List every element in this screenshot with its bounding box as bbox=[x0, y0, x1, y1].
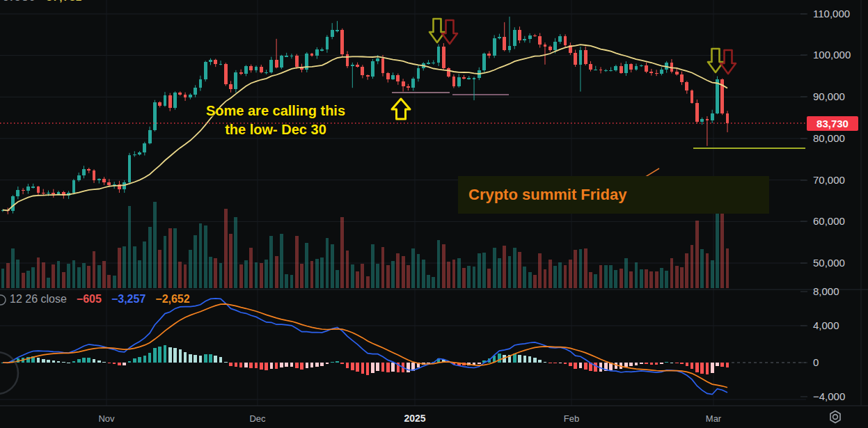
down-arrow-marker[interactable] bbox=[708, 49, 723, 72]
legend-fragment-gray: close bbox=[3, 0, 36, 3]
indicator-icon[interactable] bbox=[0, 295, 6, 305]
annotation-summit-text: Crypto summit Friday bbox=[468, 186, 626, 203]
price-chart-canvas[interactable]: 110,000100,00090,00080,00070,00060,00050… bbox=[0, 0, 868, 428]
macd-line-value: −3,257 bbox=[111, 293, 145, 305]
annotation-low-note[interactable]: Some are calling this the low- Dec 30 bbox=[194, 102, 358, 139]
price-axis-label: 70,000 bbox=[813, 174, 845, 186]
price-axis-label: 8,000 bbox=[813, 285, 839, 297]
macd-signal-value: −2,652 bbox=[155, 293, 189, 305]
macd-indicator-legend[interactable]: 12 26 close−605−3,257−2,652 bbox=[10, 293, 200, 307]
price-axis[interactable]: 110,000100,00090,00080,00070,00060,00050… bbox=[800, 8, 851, 402]
last-price-value: 83,730 bbox=[816, 118, 849, 129]
time-axis-label: Nov bbox=[98, 413, 115, 424]
price-axis-label: 90,000 bbox=[813, 90, 845, 102]
price-axis-label: 50,000 bbox=[813, 257, 845, 269]
time-axis-label: Dec bbox=[249, 413, 266, 424]
annotation-low-note-line1: Some are calling this bbox=[194, 102, 358, 120]
macd-params: 12 26 close bbox=[10, 293, 67, 305]
clipped-symbol-legend[interactable]: close 87,782 bbox=[0, 0, 278, 4]
price-axis-label: 4,000 bbox=[813, 319, 839, 331]
trading-chart-window: 110,000100,00090,00080,00070,00060,00050… bbox=[0, 0, 868, 428]
price-axis-label: 60,000 bbox=[813, 215, 845, 227]
annotation-summit-note[interactable]: Crypto summit Friday bbox=[458, 176, 769, 214]
last-price-badge[interactable]: 83,730 bbox=[807, 116, 858, 131]
settings-gear-icon[interactable] bbox=[830, 411, 840, 423]
price-axis-label: −4,000 bbox=[813, 390, 845, 402]
time-axis-label: 2025 bbox=[404, 413, 425, 424]
macd-signal-line[interactable] bbox=[3, 304, 727, 388]
time-axis-label: Mar bbox=[706, 413, 722, 424]
price-axis-label: 0 bbox=[813, 356, 819, 368]
time-axis-label: Feb bbox=[564, 413, 579, 424]
price-axis-label: 80,000 bbox=[813, 132, 845, 144]
legend-fragment-value: 87,782 bbox=[47, 0, 83, 3]
price-axis-label: 110,000 bbox=[813, 8, 850, 19]
macd-line[interactable] bbox=[3, 299, 727, 395]
volume-bars bbox=[1, 202, 729, 288]
price-axis-label: 100,000 bbox=[813, 49, 851, 61]
time-axis[interactable]: NovDec2025FebMar bbox=[98, 413, 721, 424]
macd-hist-value: −605 bbox=[77, 293, 102, 305]
annotation-low-note-line2: the low- Dec 30 bbox=[194, 120, 358, 139]
up-arrow-marker[interactable] bbox=[392, 99, 410, 119]
down-arrow-marker[interactable] bbox=[429, 19, 445, 42]
macd-histogram bbox=[0, 345, 806, 375]
